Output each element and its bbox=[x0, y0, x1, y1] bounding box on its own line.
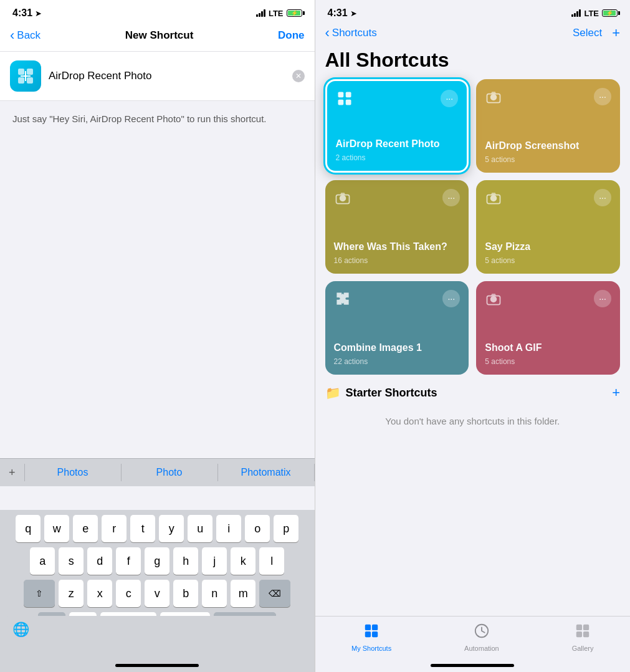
folder-icon: 📁 bbox=[325, 385, 341, 400]
key-t[interactable]: t bbox=[130, 515, 155, 542]
tab-my-shortcuts[interactable]: My Shortcuts bbox=[351, 623, 391, 652]
key-p[interactable]: p bbox=[274, 515, 298, 542]
tab-label-my-shortcuts: My Shortcuts bbox=[351, 645, 391, 652]
svg-rect-16 bbox=[365, 625, 371, 630]
shortcut-card-combine[interactable]: ··· Combine Images 1 22 actions bbox=[325, 281, 469, 375]
key-z[interactable]: z bbox=[59, 580, 84, 607]
card-subtitle-6: 5 actions bbox=[485, 357, 611, 366]
card-top-3: ··· bbox=[334, 189, 461, 211]
card-title-4: Say Pizza bbox=[485, 241, 611, 254]
shortcut-card-say-pizza[interactable]: ··· Say Pizza 5 actions bbox=[476, 180, 620, 274]
key-b[interactable]: b bbox=[173, 580, 198, 607]
keyboard-row-2: a s d f g h j k l bbox=[2, 547, 312, 575]
right-panel: 4:31 ➤ LTE ⚡ Shortcuts Select + bbox=[315, 0, 631, 672]
shortcuts-grid: ··· AirDrop Recent Photo 2 actions ··· bbox=[315, 79, 631, 375]
key-m[interactable]: m bbox=[231, 580, 255, 607]
key-x[interactable]: x bbox=[87, 580, 112, 607]
select-button[interactable]: Select bbox=[573, 27, 602, 39]
shortcut-card-airdrop-recent[interactable]: ··· AirDrop Recent Photo 2 actions bbox=[325, 79, 469, 173]
add-shortcut-button[interactable]: + bbox=[612, 25, 620, 41]
key-r[interactable]: r bbox=[102, 515, 126, 542]
keyboard-suggestions: + Photos Photo Photomatix bbox=[0, 458, 315, 486]
key-g[interactable]: g bbox=[145, 547, 169, 575]
card-subtitle-4: 5 actions bbox=[485, 256, 611, 265]
svg-point-8 bbox=[490, 94, 497, 101]
tab-label-automation: Automation bbox=[464, 645, 499, 652]
shortcut-card-where[interactable]: ··· Where Was This Taken? 16 actions bbox=[325, 180, 469, 274]
home-indicator-left bbox=[115, 664, 199, 667]
back-button-right[interactable]: Shortcuts bbox=[325, 25, 377, 41]
key-n[interactable]: n bbox=[202, 580, 227, 607]
card-title-1: AirDrop Recent Photo bbox=[336, 138, 459, 151]
suggestion-photomatix[interactable]: Photomatix bbox=[218, 464, 314, 481]
key-l[interactable]: l bbox=[259, 547, 284, 575]
shortcut-name-row: ✕ bbox=[0, 52, 315, 101]
key-i[interactable]: i bbox=[216, 515, 241, 542]
back-button-left[interactable]: Back bbox=[10, 27, 41, 44]
svg-rect-2 bbox=[18, 77, 24, 84]
key-y[interactable]: y bbox=[159, 515, 184, 542]
time-right: 4:31 bbox=[328, 7, 348, 19]
svg-point-14 bbox=[490, 296, 497, 303]
key-v[interactable]: v bbox=[145, 580, 169, 607]
card-more-4[interactable]: ··· bbox=[594, 189, 611, 206]
status-icons-right: LTE ⚡ bbox=[571, 9, 618, 18]
key-e[interactable]: e bbox=[73, 515, 98, 542]
card-more-2[interactable]: ··· bbox=[594, 88, 611, 105]
key-j[interactable]: j bbox=[202, 547, 227, 575]
key-k[interactable]: k bbox=[231, 547, 255, 575]
key-w[interactable]: w bbox=[44, 515, 69, 542]
svg-point-10 bbox=[339, 195, 346, 202]
suggestion-plus-icon: + bbox=[0, 466, 24, 479]
key-s[interactable]: s bbox=[59, 547, 84, 575]
svg-rect-1 bbox=[27, 69, 33, 75]
layers-icon bbox=[16, 66, 36, 86]
svg-rect-7 bbox=[345, 100, 351, 105]
svg-rect-24 bbox=[583, 631, 589, 637]
suggestion-photo[interactable]: Photo bbox=[122, 464, 217, 481]
card-title-3: Where Was This Taken? bbox=[334, 241, 461, 254]
card-more-6[interactable]: ··· bbox=[594, 290, 611, 307]
card-more-3[interactable]: ··· bbox=[442, 189, 460, 206]
done-button[interactable]: Done bbox=[278, 29, 305, 42]
shortcut-card-airdrop-screenshot[interactable]: ··· AirDrop Screenshot 5 actions bbox=[476, 79, 620, 173]
key-o[interactable]: o bbox=[245, 515, 270, 542]
shortcut-name-input[interactable] bbox=[49, 70, 285, 82]
empty-state: You don't have any shortcuts in this fol… bbox=[315, 406, 631, 436]
key-d[interactable]: d bbox=[87, 547, 112, 575]
card-icon-camera-3 bbox=[485, 189, 502, 211]
globe-key[interactable]: 🌐 bbox=[5, 616, 36, 643]
key-a[interactable]: a bbox=[30, 547, 55, 575]
back-chevron-left bbox=[10, 27, 14, 44]
key-u[interactable]: u bbox=[188, 515, 212, 542]
card-icon-puzzle bbox=[334, 290, 351, 312]
card-top-4: ··· bbox=[485, 189, 611, 211]
key-q[interactable]: q bbox=[16, 515, 41, 542]
shift-key[interactable]: ⇧ bbox=[24, 580, 55, 607]
clear-button[interactable]: ✕ bbox=[292, 70, 305, 82]
nav-title-left: New Shortcut bbox=[125, 29, 194, 42]
globe-row: 🌐 bbox=[2, 616, 312, 647]
svg-rect-19 bbox=[372, 631, 378, 637]
time-left: 4:31 bbox=[12, 7, 32, 19]
shortcut-card-gif[interactable]: ··· Shoot A GIF 5 actions bbox=[476, 281, 620, 375]
battery-bolt-right: ⚡ bbox=[606, 10, 613, 16]
card-subtitle-1: 2 actions bbox=[336, 153, 459, 162]
key-h[interactable]: h bbox=[173, 547, 198, 575]
svg-rect-21 bbox=[576, 625, 582, 630]
section-add-button[interactable]: + bbox=[612, 385, 620, 401]
key-f[interactable]: f bbox=[116, 547, 141, 575]
tab-icon-layers bbox=[575, 623, 591, 643]
nav-right-actions: Select + bbox=[573, 25, 620, 41]
card-more-5[interactable]: ··· bbox=[442, 290, 460, 307]
card-icon-layers bbox=[336, 90, 353, 112]
card-more-1[interactable]: ··· bbox=[441, 90, 458, 107]
lte-label-left: LTE bbox=[269, 9, 284, 18]
hint-text: Just say "Hey Siri, AirDrop Recent Photo… bbox=[0, 101, 315, 138]
tab-gallery[interactable]: Gallery bbox=[572, 623, 594, 652]
suggestion-photos[interactable]: Photos bbox=[25, 464, 121, 481]
key-c[interactable]: c bbox=[116, 580, 141, 607]
card-icon-camera-1 bbox=[485, 88, 502, 110]
tab-automation[interactable]: Automation bbox=[464, 623, 499, 652]
delete-key[interactable]: ⌫ bbox=[259, 580, 290, 607]
